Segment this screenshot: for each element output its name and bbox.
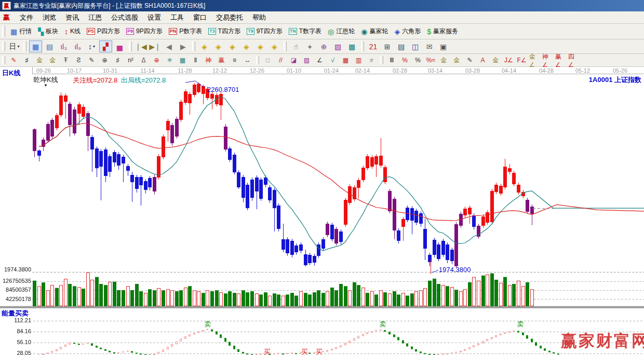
t-square-button[interactable]: T3T四方形 [205, 25, 244, 38]
pen-tool-icon[interactable]: ✎ [8, 55, 20, 66]
kline-type-dropdown[interactable]: 乾坤K线 ▼ [33, 75, 58, 88]
draw-pen2-icon[interactable]: ✎ [464, 55, 476, 66]
menu-item-0[interactable]: 文件 [15, 12, 38, 23]
circle3-tool-icon[interactable]: ⊕ [99, 55, 111, 66]
gold-circle-icon[interactable]: 金 [438, 55, 450, 66]
t-number-table-button[interactable]: TNT数字表 [286, 25, 325, 38]
f-angle-icon[interactable]: F∠ [516, 55, 528, 66]
ying-angle-icon[interactable]: 赢∠ [555, 55, 567, 66]
k-marks-icon[interactable]: Ⅱ [190, 55, 202, 66]
gold-level-icon[interactable]: 金 [451, 55, 463, 66]
gold-grid2-icon[interactable]: 金 [47, 55, 59, 66]
menu-item-9[interactable]: 帮助 [248, 12, 271, 23]
date-tick-label: 04-14 [502, 67, 516, 74]
gann-diamond-h-icon[interactable]: ◈ [226, 40, 239, 52]
price-bars-icon[interactable]: Ⅲ [386, 55, 398, 66]
export-icon[interactable]: ✉ [423, 40, 436, 52]
next-page-icon[interactable]: ▶ [177, 40, 190, 52]
percent-icon[interactable]: % [412, 55, 424, 66]
red-grid-icon[interactable]: ▦ [340, 55, 352, 66]
fan-box-icon[interactable]: ◪ [288, 55, 300, 66]
gann-diamond-left-icon[interactable]: ◈ [198, 40, 211, 52]
star-wheel-icon[interactable]: ✳ [164, 55, 176, 66]
double-a-icon[interactable]: A [477, 55, 489, 66]
nine-t-square-button[interactable]: T99T四方形 [244, 25, 286, 38]
shen-tool-icon[interactable]: 神 [203, 55, 214, 66]
menu-item-5[interactable]: 设置 [143, 12, 166, 23]
grid-tool-icon[interactable]: ♯ [21, 55, 33, 66]
p-number-table-button[interactable]: PNP数字表 [166, 25, 206, 38]
color-histogram-icon[interactable]: ▅ [113, 40, 126, 52]
dense-grid-icon[interactable]: ▥ [353, 55, 365, 66]
menu-item-7[interactable]: 窗口 [189, 12, 211, 23]
hand-tool-icon[interactable]: ☝ [289, 40, 302, 52]
percent-line-icon[interactable]: % [399, 55, 411, 66]
gold-grid-icon[interactable]: 金 [34, 55, 46, 66]
menu-item-2[interactable]: 资讯 [61, 12, 84, 23]
notes-icon[interactable]: ▤ [395, 40, 408, 52]
pattern-1-icon[interactable]: ▨ [331, 40, 344, 52]
nine-p-square-button[interactable]: P99P四方形 [123, 25, 166, 38]
gann-circle-icon[interactable]: ⊕ [151, 55, 163, 66]
menu-item-3[interactable]: 江恩 [84, 12, 106, 23]
kline-chart-canvas[interactable] [0, 67, 644, 355]
angle-lines-icon[interactable]: ∠ [314, 55, 326, 66]
angle-tool-icon[interactable]: Δ [138, 55, 150, 66]
gann-wheel-button[interactable]: ◎江恩轮 [325, 25, 358, 38]
sectors-button[interactable]: ▚板块 [35, 25, 61, 38]
date-tick-label: 01-10 [287, 67, 301, 74]
gold-angle-icon[interactable]: 金∠ [529, 55, 541, 66]
calculator-icon[interactable]: ⊞ [381, 40, 394, 52]
box-lines-icon[interactable]: ▨ [301, 55, 313, 66]
quotes-button[interactable]: ▦行情 [7, 25, 35, 38]
winner-wheel-button[interactable]: ◉赢家轮 [358, 25, 391, 38]
shen-angle-icon[interactable]: 神∠ [542, 55, 554, 66]
slash-grid-icon[interactable]: ≠ [366, 55, 378, 66]
gann-diamond-right-icon[interactable]: ◈ [212, 40, 225, 52]
gold-under-icon[interactable]: 金 [490, 55, 502, 66]
bars-9-icon[interactable]: ıl₉ [71, 40, 84, 52]
f-tool-icon[interactable]: Ŧ [60, 55, 72, 66]
measure-tool-icon[interactable]: ↔ [242, 55, 253, 66]
winner-service-button[interactable]: $赢家服务 [424, 25, 461, 38]
gann-diamond-star-icon[interactable]: ◈ [254, 40, 267, 52]
pencil-tool-icon[interactable]: ✎ [86, 55, 98, 66]
web-grid-icon[interactable]: ▦ [177, 55, 189, 66]
gann-diamond-all-icon[interactable]: ◈ [268, 40, 281, 52]
gann-diamond-cross-icon[interactable]: ◈ [240, 40, 253, 52]
wave-check-icon[interactable]: √ [327, 55, 339, 66]
menu-item-8[interactable]: 交易委托 [211, 12, 248, 23]
fan-lines-icon[interactable]: // [275, 55, 287, 66]
last-page-icon[interactable]: ▶❘ [149, 40, 162, 52]
menu-item-6[interactable]: 工具 [166, 12, 189, 23]
save-icon[interactable]: ◫ [409, 40, 422, 52]
period-daily-button[interactable]: 日▾ [8, 40, 21, 52]
p-square-button[interactable]: PSP四方形 [84, 25, 123, 38]
network-view-icon[interactable]: ▦ [29, 40, 42, 52]
calendar-icon[interactable]: 21 [367, 40, 380, 52]
hexagon-button[interactable]: ◈六角形 [391, 25, 424, 38]
four-angle-icon[interactable]: 四∠ [568, 55, 580, 66]
prev-page-icon[interactable]: ◀ [163, 40, 176, 52]
print-icon[interactable]: ▣ [437, 40, 450, 52]
spiral-tool-icon[interactable]: Ƨ [73, 55, 85, 66]
crosshair-tool-icon[interactable]: + [303, 40, 316, 52]
n2-tool-icon[interactable]: n² [125, 55, 137, 66]
bars-3-icon[interactable]: ıl₃ [57, 40, 70, 52]
ruler-tool-icon[interactable]: ≡ [229, 55, 240, 66]
first-page-icon[interactable]: ❘◀ [135, 40, 147, 52]
zoom-tool-icon[interactable]: ⊕ [317, 40, 330, 52]
box-tool-icon[interactable]: □ [262, 55, 274, 66]
kline-button[interactable]: ↕K线 [61, 25, 84, 38]
candle-style-button[interactable]: ↕▾ [85, 40, 98, 52]
comb-tool-icon[interactable]: ♯ [112, 55, 124, 66]
period-label[interactable]: 日K线 [2, 69, 20, 78]
clipboard-icon[interactable]: ▤ [43, 40, 56, 52]
menu-item-1[interactable]: 浏览 [38, 12, 61, 23]
ying-tool-icon[interactable]: 赢 [216, 55, 227, 66]
j-angle-icon[interactable]: J∠ [503, 55, 515, 66]
special-k-icon[interactable]: ▞ [99, 40, 112, 52]
percent-level-icon[interactable]: %= [425, 55, 437, 66]
pattern-2-icon[interactable]: ▩ [345, 40, 358, 52]
menu-item-4[interactable]: 公式选股 [106, 12, 143, 23]
